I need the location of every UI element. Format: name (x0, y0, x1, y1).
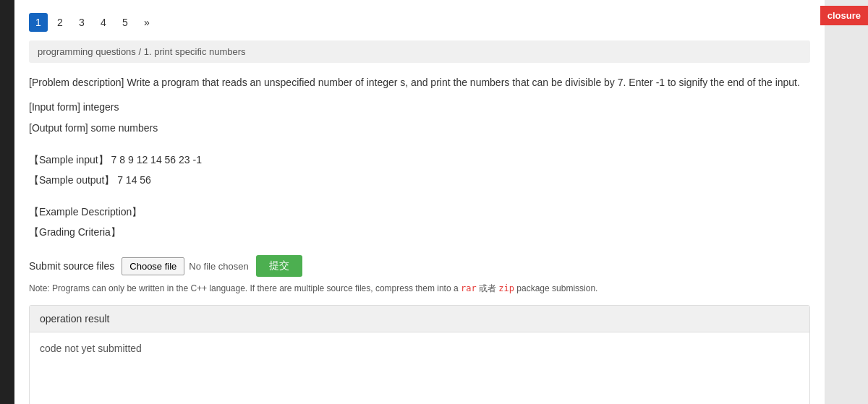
page-next[interactable]: » (137, 13, 156, 32)
breadcrumb-current: 1. print specific numbers (144, 46, 246, 57)
breadcrumb-path: programming questions (38, 46, 136, 57)
choose-file-button[interactable]: Choose file (122, 257, 184, 275)
submit-area: Submit source files Choose file No file … (29, 255, 810, 277)
result-header: operation result (30, 306, 809, 332)
submit-label: Submit source files (29, 260, 114, 272)
page-1[interactable]: 1 (29, 13, 48, 32)
page-5[interactable]: 5 (116, 13, 135, 32)
grading-criteria: 【Grading Criteria】 (29, 224, 810, 241)
right-bar: closure (825, 0, 868, 404)
note-prefix: Note: Programs can only be written in th… (29, 283, 461, 293)
example-description: 【Example Description】 (29, 204, 810, 221)
note-rar: rar (461, 283, 477, 293)
page-3[interactable]: 3 (72, 13, 91, 32)
page-4[interactable]: 4 (94, 13, 113, 32)
note-end: package submission. (514, 283, 597, 293)
note-text: Note: Programs can only be written in th… (29, 283, 810, 295)
sample-output-value: 7 14 56 (117, 174, 151, 186)
file-input-wrapper: Choose file No file chosen (122, 257, 248, 275)
main-panel: 1 2 3 4 5 » programming questions / 1. p… (14, 0, 825, 404)
submit-button[interactable]: 提交 (256, 255, 302, 277)
problem-output-form: [Output form] some numbers (29, 120, 810, 136)
page-2[interactable]: 2 (51, 13, 69, 32)
no-file-label: No file chosen (189, 261, 248, 272)
problem-description: [Problem description] Write a program th… (29, 74, 810, 90)
pagination: 1 2 3 4 5 » (29, 7, 810, 32)
note-zip: zip (498, 283, 514, 293)
problem-input-form: [Input form] integers (29, 99, 810, 115)
sample-input-label: 【Sample input】 (29, 154, 109, 166)
note-middle: 或者 (477, 283, 499, 293)
breadcrumb: programming questions / 1. print specifi… (29, 40, 810, 63)
breadcrumb-separator: / (138, 46, 143, 57)
closure-badge: closure (820, 6, 868, 25)
result-box: operation result code not yet submitted (29, 305, 810, 404)
sample-input-value: 7 8 9 12 14 56 23 -1 (111, 154, 202, 166)
left-bar (0, 0, 14, 404)
result-body: code not yet submitted (30, 332, 809, 404)
sample-output-label: 【Sample output】 (29, 174, 114, 186)
sample-input: 【Sample input】 7 8 9 12 14 56 23 -1 (29, 152, 810, 169)
sample-output: 【Sample output】 7 14 56 (29, 172, 810, 189)
